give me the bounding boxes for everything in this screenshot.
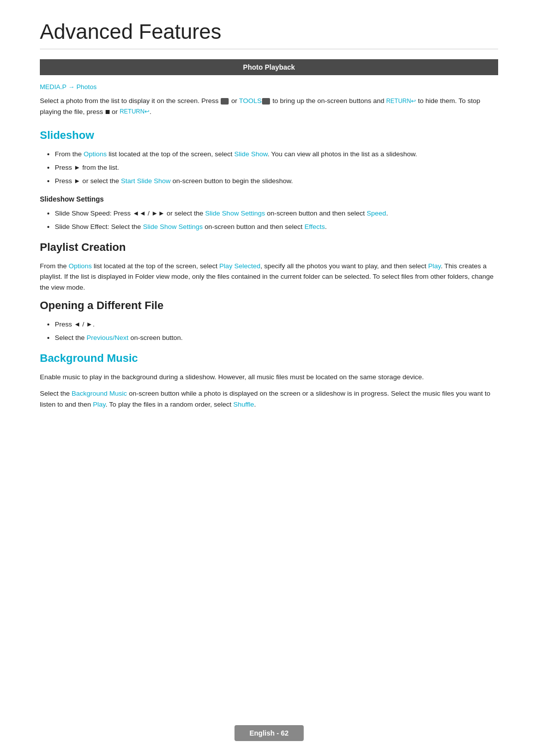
play-link-1: Play [428, 262, 441, 270]
play-link-2: Play [93, 401, 106, 408]
return-link-1: RETURN↩ [386, 97, 416, 106]
slideshow-bullet-3: Press ► or select the Start Slide Show o… [55, 176, 498, 187]
breadcrumb-link: MEDIA.P → Photos [40, 83, 97, 91]
playlist-title: Playlist Creation [40, 241, 498, 254]
slideshow-bullet-1: From the Options list located at the top… [55, 149, 498, 160]
settings-bullet-2: Slide Show Effect: Select the Slide Show… [55, 221, 498, 233]
background-music-text-1: Enable music to play in the background d… [40, 372, 498, 383]
slideshow-settings-bullets: Slide Show Speed: Press ◄◄ / ►► or selec… [55, 208, 498, 233]
speed-link: Speed [367, 210, 386, 217]
opening-file-bullets: Press ◄ / ►. Select the Previous/Next on… [55, 319, 498, 344]
options-link-2: Options [69, 262, 92, 270]
slideshow-settings-title: Slideshow Settings [40, 195, 498, 203]
playlist-text: From the Options list located at the top… [40, 261, 498, 293]
section-header-photo-playback: Photo Playback [40, 59, 498, 75]
opening-file-bullet-1: Press ◄ / ►. [55, 319, 498, 330]
slideshow-bullet-2: Press ► from the list. [55, 162, 498, 174]
enter-icon [221, 98, 229, 105]
slide-show-link: Slide Show [234, 150, 268, 158]
slide-show-settings-link-2: Slide Show Settings [143, 223, 203, 230]
slide-show-settings-link-1: Slide Show Settings [205, 210, 265, 217]
opening-file-title: Opening a Different File [40, 299, 498, 312]
tools-icon [262, 98, 270, 105]
return-link-2: RETURN↩ [120, 107, 149, 116]
shuffle-link: Shuffle [233, 401, 254, 408]
breadcrumb: MEDIA.P → Photos [40, 83, 498, 91]
options-link-1: Options [84, 150, 107, 158]
opening-file-bullet-2: Select the Previous/Next on-screen butto… [55, 332, 498, 344]
previous-next-link: Previous/Next [87, 334, 129, 341]
page-title: Advanced Features [40, 20, 498, 49]
background-music-title: Background Music [40, 352, 498, 365]
page-footer: English - 62 [235, 725, 304, 741]
background-music-text-2: Select the Background Music on-screen bu… [40, 388, 498, 410]
stop-icon [106, 110, 110, 114]
background-music-link: Background Music [72, 390, 127, 397]
tools-link: TOOLS [239, 97, 262, 105]
settings-bullet-1: Slide Show Speed: Press ◄◄ / ►► or selec… [55, 208, 498, 219]
play-selected-link: Play Selected [219, 262, 261, 270]
intro-paragraph: Select a photo from the list to display … [40, 96, 498, 117]
effects-link: Effects [304, 223, 325, 230]
slideshow-bullets: From the Options list located at the top… [55, 149, 498, 187]
slideshow-title: Slideshow [40, 129, 498, 142]
start-slide-show-link: Start Slide Show [121, 177, 171, 185]
